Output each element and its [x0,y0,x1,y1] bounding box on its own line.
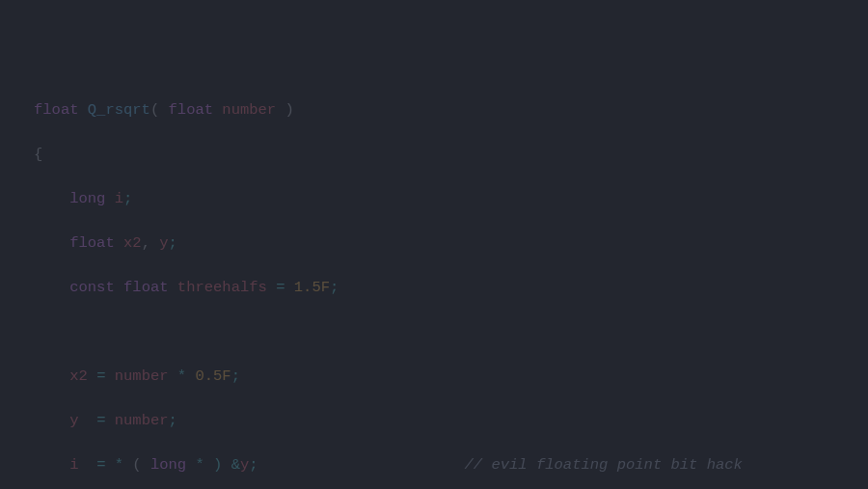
code-line-3: long i; [34,188,868,210]
code-line-9: i = * ( long * ) &y; // evil floating po… [34,454,868,476]
code-line-6 [34,321,868,343]
code-line-1: float Q_rsqrt( float number ) [34,99,868,122]
code-line-4: float x2, y; [34,232,868,255]
code-line-2: { [34,144,868,166]
code-editor: float Q_rsqrt( float number ) { long i; … [0,0,868,489]
code-line-5: const float threehalfs = 1.5F; [34,277,868,299]
code-line-8: y = number; [34,410,868,432]
code-line-7: x2 = number * 0.5F; [34,366,868,388]
